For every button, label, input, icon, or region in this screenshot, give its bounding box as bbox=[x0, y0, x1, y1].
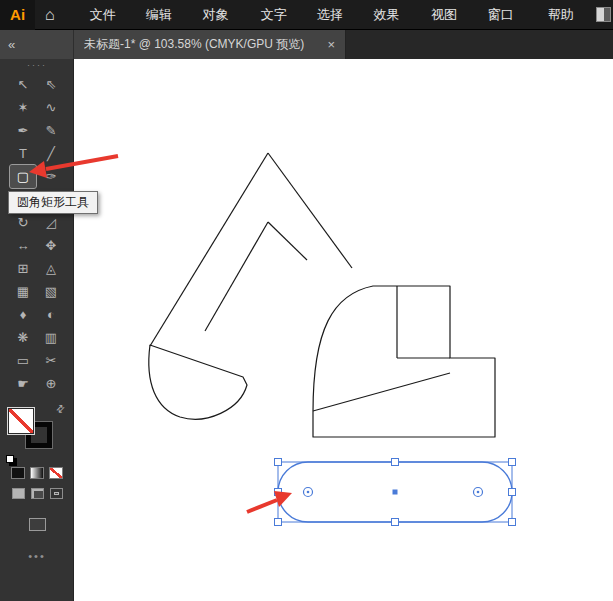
magic-wand-tool[interactable]: ✶ bbox=[10, 96, 36, 119]
arm-right-line bbox=[268, 222, 307, 260]
bucket-shape bbox=[149, 345, 247, 419]
draw-inside-icon[interactable] bbox=[50, 488, 63, 499]
slice-tool[interactable]: ✂ bbox=[38, 349, 64, 372]
width-tool[interactable]: ↔ bbox=[10, 234, 36, 257]
draw-normal-icon[interactable] bbox=[12, 488, 25, 499]
rectangle-tool[interactable]: ▢ bbox=[10, 165, 36, 188]
hand-tool[interactable]: ☛ bbox=[10, 372, 36, 395]
paintbrush-tool[interactable]: ✑ bbox=[38, 165, 64, 188]
document-tab-title: 未标题-1* @ 103.58% (CMYK/GPU 预览) bbox=[84, 36, 319, 53]
arm-left-line bbox=[205, 222, 268, 331]
cab-body-outline bbox=[313, 286, 495, 437]
home-icon[interactable]: ⌂ bbox=[35, 0, 65, 30]
none-button[interactable] bbox=[49, 467, 63, 479]
menu-item-5[interactable]: 效果(C) bbox=[365, 0, 422, 30]
edit-toolbar-dots[interactable]: ••• bbox=[0, 550, 74, 562]
screen-mode-button[interactable] bbox=[29, 518, 46, 531]
lasso-tool[interactable]: ∿ bbox=[38, 96, 64, 119]
zoom-tool[interactable]: ⊕ bbox=[38, 372, 64, 395]
gradient-button[interactable] bbox=[30, 467, 44, 479]
menu-item-3[interactable]: 文字(T) bbox=[252, 0, 308, 30]
column-graph-tool[interactable]: ▥ bbox=[38, 326, 64, 349]
gradient-tool[interactable]: ▧ bbox=[38, 280, 64, 303]
fill-stroke-swatches: ⇄ bbox=[0, 405, 74, 463]
document-tab[interactable]: 未标题-1* @ 103.58% (CMYK/GPU 预览) × bbox=[74, 30, 346, 59]
free-transform-tool[interactable]: ✥ bbox=[38, 234, 64, 257]
menu-items: 文件(F)编辑(E)对象(O)文字(T)选择(S)效果(C)视图(V)窗口(W)… bbox=[81, 0, 596, 30]
draw-behind-icon[interactable] bbox=[31, 488, 44, 499]
swap-fill-stroke-icon[interactable]: ⇄ bbox=[53, 402, 67, 416]
artboard-tool[interactable]: ▭ bbox=[10, 349, 36, 372]
scale-tool[interactable]: ◿ bbox=[38, 211, 64, 234]
toolbar-drag-handle[interactable]: ···· bbox=[0, 60, 74, 70]
direct-selection-tool[interactable]: ⇖ bbox=[38, 73, 64, 96]
handle-bottom-left[interactable] bbox=[275, 519, 282, 526]
curvature-tool[interactable]: ✎ bbox=[38, 119, 64, 142]
handle-bottom-center[interactable] bbox=[392, 519, 399, 526]
shape-builder-tool[interactable]: ⊞ bbox=[10, 257, 36, 280]
drawing-mode-buttons bbox=[0, 488, 74, 499]
menu-item-8[interactable]: 帮助(H) bbox=[539, 0, 596, 30]
menu-item-2[interactable]: 对象(O) bbox=[194, 0, 252, 30]
default-fill-stroke-icon[interactable] bbox=[6, 455, 14, 463]
mesh-tool[interactable]: ▦ bbox=[10, 280, 36, 303]
menu-item-7[interactable]: 窗口(W) bbox=[479, 0, 539, 30]
tabbar: « 未标题-1* @ 103.58% (CMYK/GPU 预览) × bbox=[0, 30, 613, 59]
artwork-svg bbox=[74, 59, 613, 601]
perspective-grid-tool[interactable]: ◬ bbox=[38, 257, 64, 280]
handle-top-center[interactable] bbox=[392, 459, 399, 466]
eyedropper-tool[interactable]: ♦ bbox=[10, 303, 36, 326]
blend-tool[interactable]: ◐ bbox=[38, 303, 64, 326]
handle-top-right[interactable] bbox=[509, 459, 516, 466]
handle-middle-left[interactable] bbox=[275, 489, 282, 496]
fill-swatch-none[interactable] bbox=[7, 407, 35, 435]
pen-tool[interactable]: ✒ bbox=[10, 119, 36, 142]
handle-top-left[interactable] bbox=[275, 459, 282, 466]
collapse-panel-icon[interactable]: « bbox=[0, 30, 74, 59]
menu-item-1[interactable]: 编辑(E) bbox=[137, 0, 194, 30]
color-button[interactable] bbox=[11, 467, 25, 479]
selection-tool[interactable]: ↖ bbox=[10, 73, 36, 96]
app-logo[interactable]: Ai bbox=[0, 0, 35, 30]
menu-item-4[interactable]: 选择(S) bbox=[308, 0, 365, 30]
type-tool[interactable]: T bbox=[10, 142, 36, 165]
corner-widget-left-dot bbox=[307, 491, 310, 494]
menu-item-0[interactable]: 文件(F) bbox=[81, 0, 137, 30]
line-segment-tool[interactable]: ╱ bbox=[38, 142, 64, 165]
selected-rounded-rectangle[interactable] bbox=[275, 459, 516, 526]
boom-left-line bbox=[150, 153, 268, 346]
boom-right-line bbox=[268, 153, 352, 268]
rotate-tool[interactable]: ↻ bbox=[10, 211, 36, 234]
canvas[interactable] bbox=[74, 59, 613, 601]
menubar: Ai ⌂ 文件(F)编辑(E)对象(O)文字(T)选择(S)效果(C)视图(V)… bbox=[0, 0, 613, 30]
excavator-drawing[interactable] bbox=[149, 153, 495, 437]
body-deck-line bbox=[313, 373, 450, 411]
tab-close-icon[interactable]: × bbox=[327, 37, 335, 52]
symbol-sprayer-tool[interactable]: ❋ bbox=[10, 326, 36, 349]
handle-bottom-right[interactable] bbox=[509, 519, 516, 526]
tools-panel: ···· ↖⇖✶∿✒✎T╱▢✑✏✧↻◿↔✥⊞◬▦▧♦◐❋▥▭✂☛⊕ ⇄ ••• bbox=[0, 59, 74, 601]
main-area: ···· ↖⇖✶∿✒✎T╱▢✑✏✧↻◿↔✥⊞◬▦▧♦◐❋▥▭✂☛⊕ ⇄ ••• bbox=[0, 59, 613, 601]
tool-grid: ↖⇖✶∿✒✎T╱▢✑✏✧↻◿↔✥⊞◬▦▧♦◐❋▥▭✂☛⊕ bbox=[0, 73, 74, 395]
center-point[interactable] bbox=[393, 490, 398, 495]
workspace-switcher-icon[interactable] bbox=[596, 7, 611, 22]
illustrator-window: Ai ⌂ 文件(F)编辑(E)对象(O)文字(T)选择(S)效果(C)视图(V)… bbox=[0, 0, 613, 601]
tabbar-empty-area bbox=[346, 30, 613, 59]
menu-item-6[interactable]: 视图(V) bbox=[422, 0, 479, 30]
paint-type-buttons bbox=[0, 467, 74, 479]
corner-widget-right-dot bbox=[477, 491, 480, 494]
rounded-rectangle-tool-tooltip: 圆角矩形工具 bbox=[8, 191, 98, 214]
handle-middle-right[interactable] bbox=[509, 489, 516, 496]
